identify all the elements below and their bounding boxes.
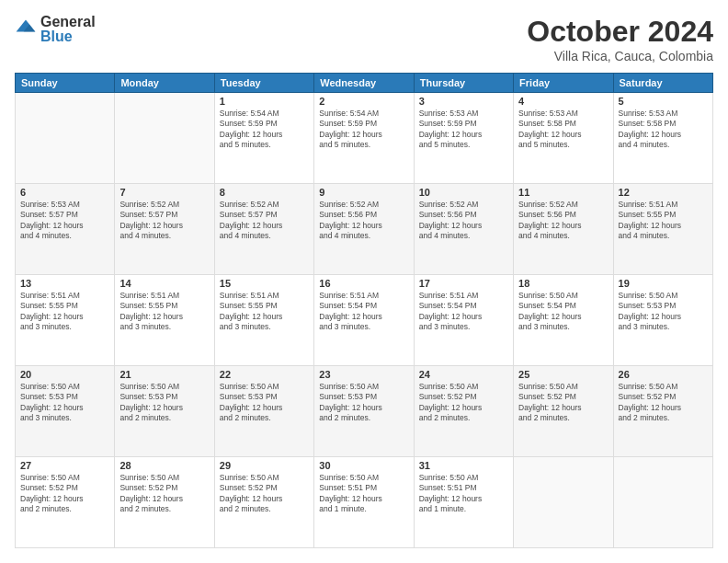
day-number: 6 [20, 187, 109, 198]
calendar-cell: 23Sunrise: 5:50 AM Sunset: 5:53 PM Dayli… [314, 366, 414, 457]
calendar-week-3: 20Sunrise: 5:50 AM Sunset: 5:53 PM Dayli… [16, 366, 713, 457]
calendar-cell: 11Sunrise: 5:52 AM Sunset: 5:56 PM Dayli… [514, 184, 613, 275]
calendar-cell: 4Sunrise: 5:53 AM Sunset: 5:58 PM Daylig… [514, 93, 613, 184]
calendar-cell: 2Sunrise: 5:54 AM Sunset: 5:59 PM Daylig… [314, 93, 414, 184]
location: Villa Rica, Cauca, Colombia [527, 49, 713, 63]
day-number: 1 [220, 96, 309, 107]
calendar-cell: 24Sunrise: 5:50 AM Sunset: 5:52 PM Dayli… [414, 366, 513, 457]
day-number: 19 [619, 278, 708, 289]
calendar-cell: 30Sunrise: 5:50 AM Sunset: 5:51 PM Dayli… [314, 457, 414, 548]
day-info: Sunrise: 5:50 AM Sunset: 5:51 PM Dayligh… [319, 473, 408, 515]
day-info: Sunrise: 5:51 AM Sunset: 5:55 PM Dayligh… [119, 291, 209, 333]
calendar-cell: 3Sunrise: 5:53 AM Sunset: 5:59 PM Daylig… [414, 93, 513, 184]
day-info: Sunrise: 5:54 AM Sunset: 5:59 PM Dayligh… [319, 109, 408, 151]
day-info: Sunrise: 5:53 AM Sunset: 5:57 PM Dayligh… [20, 200, 109, 242]
calendar-cell: 28Sunrise: 5:50 AM Sunset: 5:52 PM Dayli… [115, 457, 214, 548]
calendar-cell: 14Sunrise: 5:51 AM Sunset: 5:55 PM Dayli… [115, 275, 214, 366]
day-info: Sunrise: 5:50 AM Sunset: 5:53 PM Dayligh… [619, 291, 708, 333]
day-number: 26 [619, 369, 708, 380]
calendar-cell: 1Sunrise: 5:54 AM Sunset: 5:59 PM Daylig… [214, 93, 313, 184]
day-info: Sunrise: 5:50 AM Sunset: 5:53 PM Dayligh… [220, 382, 309, 424]
day-number: 2 [319, 96, 408, 107]
calendar-cell: 9Sunrise: 5:52 AM Sunset: 5:56 PM Daylig… [314, 184, 414, 275]
day-info: Sunrise: 5:53 AM Sunset: 5:58 PM Dayligh… [518, 109, 608, 151]
calendar-cell [613, 457, 712, 548]
day-info: Sunrise: 5:50 AM Sunset: 5:52 PM Dayligh… [20, 473, 109, 515]
calendar-cell: 12Sunrise: 5:51 AM Sunset: 5:55 PM Dayli… [613, 184, 712, 275]
calendar-header: Sunday Monday Tuesday Wednesday Thursday… [16, 74, 713, 93]
calendar-cell: 27Sunrise: 5:50 AM Sunset: 5:52 PM Dayli… [16, 457, 115, 548]
day-number: 25 [518, 369, 608, 380]
day-info: Sunrise: 5:54 AM Sunset: 5:59 PM Dayligh… [220, 109, 309, 151]
calendar-cell: 17Sunrise: 5:51 AM Sunset: 5:54 PM Dayli… [414, 275, 513, 366]
day-number: 31 [419, 460, 508, 471]
calendar-cell: 15Sunrise: 5:51 AM Sunset: 5:55 PM Dayli… [214, 275, 313, 366]
calendar-cell [514, 457, 613, 548]
day-info: Sunrise: 5:52 AM Sunset: 5:56 PM Dayligh… [319, 200, 408, 242]
day-info: Sunrise: 5:51 AM Sunset: 5:55 PM Dayligh… [619, 200, 708, 242]
day-number: 3 [419, 96, 508, 107]
calendar-cell: 16Sunrise: 5:51 AM Sunset: 5:54 PM Dayli… [314, 275, 414, 366]
month-title: October 2024 [527, 15, 713, 49]
day-info: Sunrise: 5:50 AM Sunset: 5:54 PM Dayligh… [518, 291, 608, 333]
day-number: 17 [419, 278, 508, 289]
page: General Blue October 2024 Villa Rica, Ca… [0, 0, 728, 563]
calendar-cell: 31Sunrise: 5:50 AM Sunset: 5:51 PM Dayli… [414, 457, 513, 548]
day-info: Sunrise: 5:50 AM Sunset: 5:52 PM Dayligh… [220, 473, 309, 515]
calendar-cell [115, 93, 214, 184]
day-info: Sunrise: 5:50 AM Sunset: 5:53 PM Dayligh… [20, 382, 109, 424]
day-number: 13 [20, 278, 109, 289]
day-info: Sunrise: 5:50 AM Sunset: 5:53 PM Dayligh… [319, 382, 408, 424]
calendar-body: 1Sunrise: 5:54 AM Sunset: 5:59 PM Daylig… [16, 93, 713, 548]
calendar-week-1: 6Sunrise: 5:53 AM Sunset: 5:57 PM Daylig… [16, 184, 713, 275]
day-info: Sunrise: 5:51 AM Sunset: 5:54 PM Dayligh… [419, 291, 508, 333]
day-number: 14 [119, 278, 209, 289]
calendar-cell: 19Sunrise: 5:50 AM Sunset: 5:53 PM Dayli… [613, 275, 712, 366]
calendar-cell: 29Sunrise: 5:50 AM Sunset: 5:52 PM Dayli… [214, 457, 313, 548]
col-wednesday: Wednesday [314, 74, 414, 93]
col-tuesday: Tuesday [214, 74, 313, 93]
calendar-cell: 7Sunrise: 5:52 AM Sunset: 5:57 PM Daylig… [115, 184, 214, 275]
day-number: 30 [319, 460, 408, 471]
day-info: Sunrise: 5:53 AM Sunset: 5:58 PM Dayligh… [619, 109, 708, 151]
day-number: 4 [518, 96, 608, 107]
calendar-cell: 6Sunrise: 5:53 AM Sunset: 5:57 PM Daylig… [16, 184, 115, 275]
calendar-cell: 10Sunrise: 5:52 AM Sunset: 5:56 PM Dayli… [414, 184, 513, 275]
day-info: Sunrise: 5:52 AM Sunset: 5:56 PM Dayligh… [518, 200, 608, 242]
col-monday: Monday [115, 74, 214, 93]
col-friday: Friday [514, 74, 613, 93]
calendar-cell: 8Sunrise: 5:52 AM Sunset: 5:57 PM Daylig… [214, 184, 313, 275]
day-info: Sunrise: 5:52 AM Sunset: 5:57 PM Dayligh… [220, 200, 309, 242]
calendar-week-0: 1Sunrise: 5:54 AM Sunset: 5:59 PM Daylig… [16, 93, 713, 184]
day-number: 7 [119, 187, 209, 198]
day-info: Sunrise: 5:51 AM Sunset: 5:55 PM Dayligh… [220, 291, 309, 333]
logo: General Blue [15, 15, 96, 44]
calendar-cell: 22Sunrise: 5:50 AM Sunset: 5:53 PM Dayli… [214, 366, 313, 457]
calendar-cell: 5Sunrise: 5:53 AM Sunset: 5:58 PM Daylig… [613, 93, 712, 184]
day-info: Sunrise: 5:50 AM Sunset: 5:53 PM Dayligh… [119, 382, 209, 424]
col-saturday: Saturday [613, 74, 712, 93]
logo-icon [15, 18, 37, 40]
day-info: Sunrise: 5:50 AM Sunset: 5:52 PM Dayligh… [518, 382, 608, 424]
day-number: 24 [419, 369, 508, 380]
day-number: 29 [220, 460, 309, 471]
calendar-cell: 26Sunrise: 5:50 AM Sunset: 5:52 PM Dayli… [613, 366, 712, 457]
day-number: 5 [619, 96, 708, 107]
day-info: Sunrise: 5:53 AM Sunset: 5:59 PM Dayligh… [419, 109, 508, 151]
day-number: 8 [220, 187, 309, 198]
header-row: Sunday Monday Tuesday Wednesday Thursday… [16, 74, 713, 93]
day-number: 23 [319, 369, 408, 380]
day-info: Sunrise: 5:50 AM Sunset: 5:52 PM Dayligh… [419, 382, 508, 424]
title-section: October 2024 Villa Rica, Cauca, Colombia [527, 15, 713, 63]
logo-text: General Blue [40, 15, 96, 44]
day-number: 16 [319, 278, 408, 289]
day-info: Sunrise: 5:50 AM Sunset: 5:52 PM Dayligh… [119, 473, 209, 515]
day-info: Sunrise: 5:51 AM Sunset: 5:54 PM Dayligh… [319, 291, 408, 333]
day-number: 9 [319, 187, 408, 198]
day-info: Sunrise: 5:50 AM Sunset: 5:52 PM Dayligh… [619, 382, 708, 424]
calendar-cell: 13Sunrise: 5:51 AM Sunset: 5:55 PM Dayli… [16, 275, 115, 366]
day-number: 18 [518, 278, 608, 289]
logo-blue: Blue [40, 29, 96, 44]
calendar-week-4: 27Sunrise: 5:50 AM Sunset: 5:52 PM Dayli… [16, 457, 713, 548]
day-number: 15 [220, 278, 309, 289]
